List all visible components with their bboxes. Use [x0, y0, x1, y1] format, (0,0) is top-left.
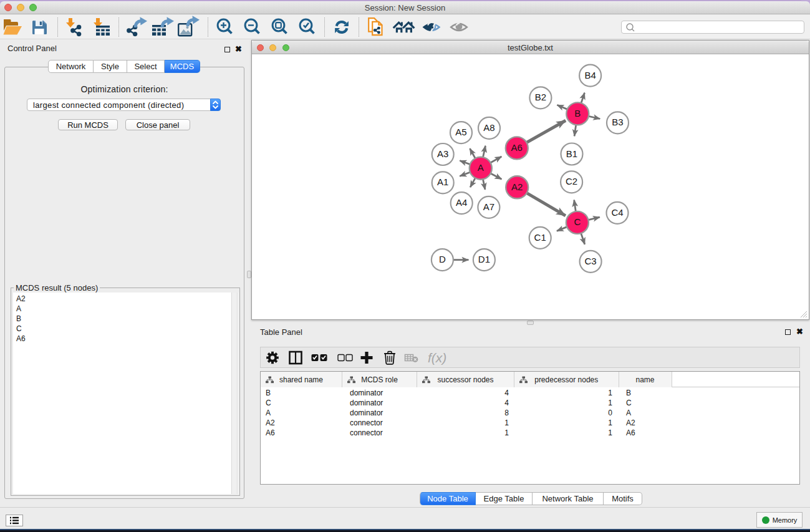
- svg-text:A3: A3: [437, 148, 448, 159]
- svg-text:B4: B4: [584, 70, 595, 80]
- svg-text:A8: A8: [483, 122, 494, 133]
- svg-text:B2: B2: [535, 92, 546, 102]
- svg-text:A2: A2: [511, 181, 523, 192]
- svg-text:A1: A1: [437, 177, 448, 187]
- svg-text:A4: A4: [456, 197, 467, 208]
- svg-text:C3: C3: [585, 256, 597, 266]
- svg-text:D1: D1: [478, 254, 490, 264]
- svg-text:A: A: [478, 162, 484, 173]
- svg-text:C1: C1: [534, 232, 546, 243]
- svg-text:C: C: [574, 216, 581, 227]
- svg-text:A7: A7: [483, 201, 494, 212]
- svg-text:B1: B1: [566, 148, 577, 159]
- svg-text:B3: B3: [612, 117, 623, 127]
- svg-text:B: B: [574, 108, 581, 118]
- svg-text:A6: A6: [511, 142, 523, 153]
- svg-text:D: D: [439, 254, 446, 264]
- svg-text:A5: A5: [455, 127, 466, 137]
- svg-text:C4: C4: [611, 207, 623, 218]
- svg-text:f(x): f(x): [428, 351, 446, 365]
- svg-text:C2: C2: [566, 176, 577, 186]
